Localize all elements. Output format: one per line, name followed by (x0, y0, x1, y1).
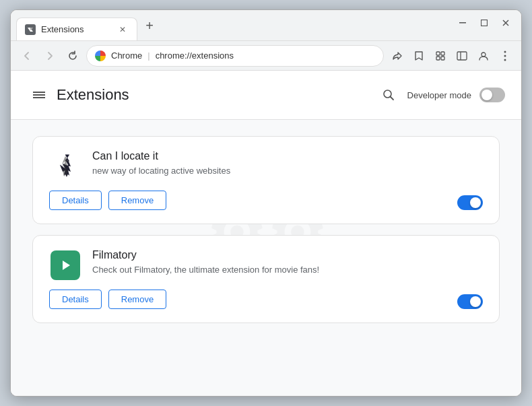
toolbar-actions (388, 46, 514, 65)
minimize-button[interactable] (453, 15, 473, 30)
tab-label: Extensions (41, 24, 84, 34)
extension-toggle-thumb (470, 296, 481, 307)
svg-rect-1 (459, 22, 466, 24)
extensions-list: Can I locate it new way of locating acti… (11, 120, 521, 339)
new-tab-button[interactable]: + (140, 17, 159, 36)
extension-description: Check out Filmatory, the ultimate extens… (92, 264, 483, 276)
bookmark-button[interactable] (409, 46, 428, 65)
search-button[interactable] (378, 84, 399, 106)
sidebar-menu-button[interactable] (27, 83, 51, 107)
share-button[interactable] (388, 46, 407, 65)
window-controls (453, 15, 516, 30)
developer-mode-label: Developer mode (407, 90, 471, 100)
address-text: chrome://extensions (156, 50, 375, 61)
remove-button[interactable]: Remove (108, 290, 166, 309)
developer-mode-toggle[interactable] (479, 88, 505, 102)
extension-actions: Details Remove (49, 290, 483, 309)
address-separator: | (147, 50, 149, 61)
page-title: Extensions (57, 86, 129, 104)
reload-button[interactable] (63, 46, 82, 65)
extension-icon (49, 150, 81, 182)
page-header: Extensions Developer mode (11, 71, 521, 120)
svg-point-11 (481, 53, 486, 57)
extension-icon (49, 249, 81, 281)
address-bar[interactable]: Chrome | chrome://extensions (86, 45, 384, 67)
filmatory-icon (51, 250, 80, 280)
extension-toggle-thumb (470, 197, 481, 208)
extension-top: Filmatory Check out Filmatory, the ultim… (49, 249, 483, 281)
svg-rect-8 (441, 57, 444, 60)
toggle-thumb (481, 90, 492, 100)
extension-card: Can I locate it new way of locating acti… (32, 136, 500, 224)
extension-toggle-track (457, 294, 483, 309)
svg-rect-6 (441, 52, 444, 55)
extension-top: Can I locate it new way of locating acti… (49, 150, 483, 182)
maximize-button[interactable] (474, 15, 494, 30)
menu-line-2 (33, 94, 45, 96)
chrome-icon (95, 50, 106, 61)
extension-name: Can I locate it (92, 150, 483, 162)
browser-toolbar: Chrome | chrome://extensions (11, 41, 521, 71)
profile-button[interactable] (474, 46, 493, 65)
sidebar-button[interactable] (453, 46, 471, 65)
svg-point-12 (504, 50, 506, 53)
toggle-track (479, 88, 505, 102)
extension-toggle[interactable] (457, 294, 483, 309)
svg-rect-7 (436, 57, 440, 60)
extension-toggle-track (457, 195, 483, 210)
svg-rect-2 (481, 20, 488, 26)
extensions-puzzle-button[interactable] (431, 46, 450, 65)
page-content: ⚙⚙ Extensions Developer mode (11, 71, 521, 396)
extension-description: new way of locating active websites (92, 165, 483, 177)
header-right: Developer mode (378, 84, 505, 106)
back-button[interactable] (18, 46, 36, 65)
menu-line-1 (33, 92, 45, 93)
tab-favicon (25, 24, 36, 35)
extension-toggle[interactable] (457, 195, 483, 210)
extension-actions: Details Remove (49, 191, 483, 210)
browser-tab[interactable]: Extensions ✕ (16, 18, 137, 40)
title-bar: Extensions ✕ + (11, 10, 521, 41)
svg-rect-5 (436, 52, 440, 55)
details-button[interactable]: Details (49, 290, 102, 309)
chrome-label: Chrome (111, 50, 142, 61)
extension-card: Filmatory Check out Filmatory, the ultim… (32, 235, 500, 323)
extension-info: Filmatory Check out Filmatory, the ultim… (92, 249, 483, 276)
remove-button[interactable]: Remove (108, 191, 166, 210)
details-button[interactable]: Details (49, 191, 102, 210)
close-button[interactable] (496, 15, 516, 30)
menu-line-3 (33, 97, 45, 98)
extension-name: Filmatory (92, 249, 483, 261)
svg-line-16 (390, 97, 393, 100)
extension-info: Can I locate it new way of locating acti… (92, 150, 483, 177)
svg-rect-9 (457, 52, 467, 60)
svg-point-13 (504, 55, 506, 57)
forward-button[interactable] (40, 46, 59, 65)
tab-close-button[interactable]: ✕ (117, 24, 129, 36)
svg-point-14 (504, 59, 506, 61)
chrome-menu-button[interactable] (496, 46, 514, 65)
browser-window: Extensions ✕ + (10, 9, 522, 397)
